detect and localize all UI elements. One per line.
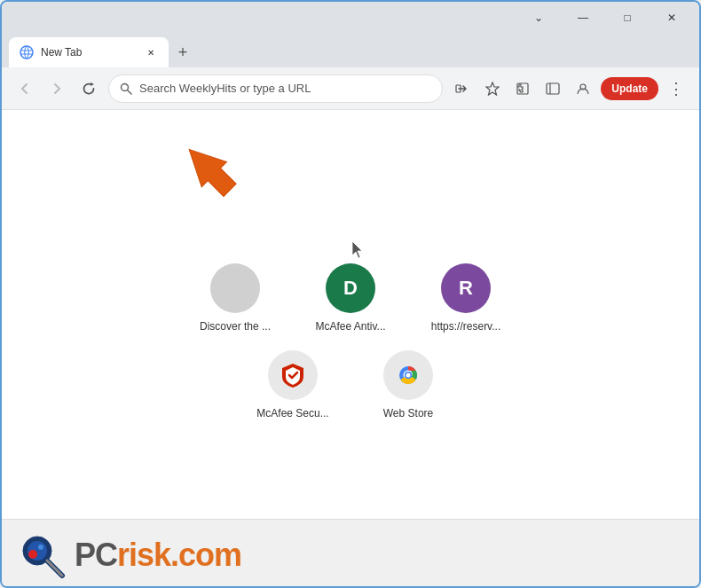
shortcut-icon-web-store	[383, 350, 433, 400]
address-bar[interactable]: Search WeeklyHits or type a URL	[108, 74, 443, 103]
svg-point-18	[406, 372, 411, 377]
extension-btn[interactable]	[510, 76, 535, 101]
profile-icon	[576, 82, 590, 96]
svg-marker-3	[91, 82, 94, 86]
pcrisk-icon	[20, 531, 67, 579]
sidebar-icon	[546, 82, 560, 96]
svg-line-5	[128, 90, 132, 94]
maximize-btn[interactable]: □	[607, 4, 648, 31]
shortcuts-grid: Discover the ... D McAfee Antiv... R htt…	[195, 263, 506, 419]
shortcut-label-https-reserv: https://reserv...	[431, 320, 500, 333]
pcrisk-logo: PCrisk.com	[20, 531, 241, 579]
shortcut-mcafee-antiv[interactable]: D McAfee Antiv...	[311, 263, 390, 333]
shortcut-icon-mcafee-antiv: D	[326, 263, 375, 313]
reload-btn[interactable]	[76, 76, 101, 101]
chevron-btn[interactable]: ⌄	[518, 4, 559, 31]
shortcut-label-mcafee-secu: McAfee Secu...	[256, 407, 328, 419]
shortcut-label-web-store: Web Store	[383, 407, 433, 419]
forward-btn[interactable]	[44, 76, 69, 101]
arrow-indicator	[184, 119, 255, 190]
svg-point-21	[28, 550, 37, 559]
puzzle-icon	[516, 82, 530, 96]
profile-btn[interactable]	[571, 76, 595, 101]
bookmark-icon	[485, 82, 500, 96]
svg-line-24	[47, 561, 62, 576]
shortcut-icon-discover	[210, 263, 260, 313]
svg-marker-12	[184, 137, 242, 199]
share-btn[interactable]	[450, 76, 475, 101]
shortcut-web-store[interactable]: Web Store	[368, 350, 448, 419]
title-bar: ⌄ — □ ✕	[2, 2, 699, 34]
shortcuts-row-1: Discover the ... D McAfee Antiv... R htt…	[195, 263, 506, 333]
shortcut-https-reserv[interactable]: R https://reserv...	[426, 263, 506, 333]
bookmark-btn[interactable]	[480, 76, 505, 101]
pcrisk-brand: PCrisk.com	[75, 537, 241, 574]
shortcut-label-discover: Discover the ...	[200, 320, 271, 333]
shortcut-discover[interactable]: Discover the ...	[195, 263, 275, 333]
new-tab-btn[interactable]: +	[170, 40, 195, 65]
footer: PCrisk.com	[2, 519, 699, 588]
tab-title: New Tab	[41, 46, 137, 59]
minimize-btn[interactable]: —	[563, 4, 603, 31]
toolbar-right: Update ⋮	[450, 76, 689, 101]
close-btn[interactable]: ✕	[651, 4, 692, 31]
shortcut-icon-mcafee-secu	[268, 350, 318, 400]
content-area: Discover the ... D McAfee Antiv... R htt…	[2, 110, 699, 519]
svg-rect-9	[547, 83, 559, 94]
shortcuts-row-2: McAfee Secu...	[253, 350, 448, 419]
cursor	[352, 241, 366, 259]
menu-btn[interactable]: ⋮	[664, 76, 689, 101]
shortcut-label-mcafee-antiv: McAfee Antiv...	[315, 320, 385, 333]
shortcut-mcafee-secu[interactable]: McAfee Secu...	[253, 350, 333, 419]
svg-point-22	[38, 545, 43, 550]
toolbar: Search WeeklyHits or type a URL	[2, 67, 699, 110]
back-btn[interactable]	[12, 76, 37, 101]
shortcut-icon-https-reserv: R	[441, 263, 491, 313]
search-icon	[120, 82, 132, 95]
pcrisk-text: PCrisk.com	[75, 537, 241, 573]
sidebar-btn[interactable]	[540, 76, 565, 101]
svg-marker-7	[486, 82, 499, 95]
tab-close-btn[interactable]: ✕	[144, 45, 158, 59]
tab-favicon	[20, 45, 34, 59]
active-tab[interactable]: New Tab ✕	[9, 37, 169, 67]
share-icon	[455, 82, 469, 96]
address-text: Search WeeklyHits or type a URL	[139, 82, 311, 95]
tab-bar: New Tab ✕ +	[2, 34, 699, 67]
update-button[interactable]: Update	[601, 77, 658, 100]
svg-point-0	[20, 46, 33, 59]
window-controls: ⌄ — □ ✕	[518, 4, 692, 31]
